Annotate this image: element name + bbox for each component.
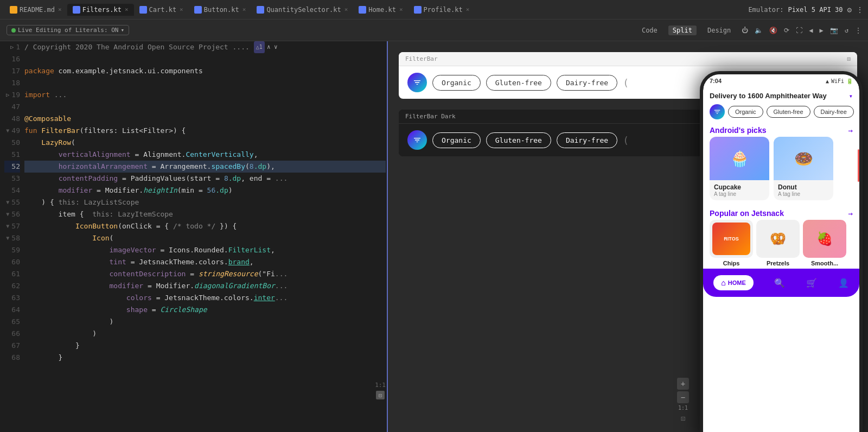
gutter-collapse-57[interactable]: ▼ <box>6 220 9 232</box>
mute-icon[interactable]: 🔇 <box>769 27 777 34</box>
code-line-56: item { this: LazyItemScope <box>24 208 386 220</box>
phone-filter-btn[interactable] <box>710 104 725 119</box>
tab-readme[interactable]: README.md × <box>4 4 67 16</box>
more-icon[interactable]: ⋮ <box>856 5 864 14</box>
code-line-16 <box>24 53 386 65</box>
power-icon[interactable]: ⏻ <box>742 27 748 34</box>
phone-androids-picks-title: Android's picks <box>710 126 848 135</box>
code-line-60: tint = JetsnackTheme.colors.brand, <box>24 256 386 268</box>
phone-chip-organic[interactable]: Organic <box>728 106 763 118</box>
chip-dairyfree-dark[interactable]: Dairy-free <box>557 132 617 148</box>
filter-icon-btn-light[interactable] <box>407 73 427 92</box>
phone-nav-home[interactable]: ⌂ HOME <box>713 275 753 290</box>
zoom-out-btn[interactable]: − <box>677 391 689 403</box>
phone-nav-profile[interactable]: 👤 <box>838 278 849 288</box>
gutter-collapse-56[interactable]: ▼ <box>6 208 9 220</box>
tab-profile[interactable]: Profile.kt × <box>409 4 475 16</box>
phone-popular-chips[interactable]: RITOS Chips <box>710 220 753 266</box>
gutter-collapse-58[interactable]: ▼ <box>6 232 9 244</box>
tab-bar: README.md × Filters.kt × Cart.kt × Butto… <box>0 0 868 20</box>
phone-battery-icon: 🔋 <box>846 78 853 84</box>
chip-glutenfree-light[interactable]: Gluten-free <box>486 75 551 91</box>
zoom-in-btn[interactable]: + <box>677 378 689 390</box>
chip-organic-dark[interactable]: Organic <box>432 132 481 148</box>
tab-cart-close[interactable]: × <box>180 6 183 13</box>
line-num-61: 61 <box>11 268 20 280</box>
phone-nav-search[interactable]: 🔍 <box>774 278 785 288</box>
toolbar: Live Editing of Literals: ON ▾ Code Spli… <box>0 20 868 41</box>
chip-organic-light[interactable]: Organic <box>432 75 481 91</box>
code-line-63: colors = JetsnackTheme.colors.inter... <box>24 292 386 304</box>
tab-button-close[interactable]: × <box>242 6 246 13</box>
line-num-48: 48 <box>11 113 20 125</box>
phone-androids-picks-arrow[interactable]: → <box>848 126 853 135</box>
tab-qtyselector-close[interactable]: × <box>344 6 348 13</box>
qtyselector-icon <box>257 6 264 14</box>
editor-zoom-btn[interactable]: ⊡ <box>376 391 385 399</box>
phone-card-donut[interactable]: 🍩 Donut A tag line <box>774 137 833 200</box>
code-line-53: contentPadding = PaddingValues(start = 8… <box>24 173 386 185</box>
phone-popular-chips-img: RITOS <box>710 220 753 258</box>
filter-icon-btn-dark[interactable] <box>407 130 427 150</box>
phone-card-donut-info: Donut A tag line <box>774 180 833 200</box>
phone-popular-arrow[interactable]: → <box>848 209 853 218</box>
settings-icon[interactable]: ⚙ <box>847 5 852 14</box>
phone-popular-pretzels-name: Pretzels <box>767 260 789 266</box>
tab-filters[interactable]: Filters.kt × <box>67 4 134 16</box>
fwd-icon[interactable]: ▶ <box>820 27 824 34</box>
code-area[interactable]: / Copyright 2020 The Android Open Source… <box>24 41 388 432</box>
code-line-47 <box>24 101 386 113</box>
filter-list-icon <box>413 78 422 87</box>
gutter-collapse-55[interactable]: ▼ <box>6 196 9 208</box>
design-mode-btn[interactable]: Design <box>703 26 735 35</box>
fullscreen-icon[interactable]: ⛶ <box>796 27 802 34</box>
camera-icon[interactable]: 📷 <box>830 27 838 34</box>
phone-delivery-text: Delivery to 1600 Amphitheater Way <box>710 92 846 100</box>
phone-header[interactable]: Delivery to 1600 Amphitheater Way ▾ <box>703 87 859 102</box>
more-chips-dark: ( <box>623 135 629 146</box>
code-line-54: modifier = Modifier.heightIn(min = 56.dp… <box>24 185 386 196</box>
phone-chip-glutenfree[interactable]: Gluten-free <box>767 106 810 118</box>
zoom-fit-btn[interactable]: ⊡ <box>677 412 689 424</box>
editor-zoom-icon: ⊡ <box>379 392 382 398</box>
phone-popular-pretzels-img: 🥨 <box>756 220 800 258</box>
tab-button[interactable]: Button.kt × <box>189 4 252 16</box>
phone-popular-pretzels[interactable]: 🥨 Pretzels <box>756 220 800 266</box>
chip-glutenfree-dark[interactable]: Gluten-free <box>486 132 551 148</box>
tab-filters-close[interactable]: × <box>125 6 129 13</box>
split-mode-btn[interactable]: Split <box>668 26 697 35</box>
line-num-56: 56 <box>11 208 20 220</box>
live-editing-label: Live Editing of Literals: ON <box>18 27 118 34</box>
phone-popular-header: Popular on Jetsnack → <box>703 205 859 220</box>
phone-card-cupcake[interactable]: 🧁 Cupcake A tag line <box>710 137 769 200</box>
line-num-67: 67 <box>11 340 20 352</box>
rotate-icon[interactable]: ⟳ <box>784 27 789 34</box>
code-line-66: ) <box>24 328 386 340</box>
more2-icon[interactable]: ⋮ <box>855 27 861 34</box>
phone-nav-cart[interactable]: 🛒 <box>806 278 817 288</box>
filter-list-icon-dark <box>413 136 422 144</box>
tab-home-close[interactable]: × <box>399 6 403 13</box>
tab-readme-close[interactable]: × <box>58 6 62 13</box>
code-line-1: / Copyright 2020 The Android Open Source… <box>24 41 386 53</box>
phone-popular-row: RITOS Chips 🥨 Pretzels <box>703 220 859 269</box>
phone-bottom-nav: ⌂ HOME 🔍 🛒 👤 <box>703 269 859 297</box>
phone-chevron-icon[interactable]: ▾ <box>849 92 853 100</box>
volume-icon[interactable]: 🔈 <box>755 27 763 34</box>
live-editing-toggle[interactable]: Live Editing of Literals: ON ▾ <box>7 25 129 35</box>
code-line-17: package com.example.jetsnack.ui.componen… <box>24 65 386 77</box>
back-icon[interactable]: ◀ <box>809 27 813 34</box>
phone-chip-dairyfree[interactable]: Dairy-free <box>814 106 854 118</box>
line-num-60: 60 <box>11 256 20 268</box>
tab-home[interactable]: Home.kt × <box>353 4 408 16</box>
code-line-65: ) <box>24 316 386 328</box>
tab-profile-close[interactable]: × <box>466 6 470 13</box>
replay-icon[interactable]: ↺ <box>845 27 848 34</box>
line-num-49: 49 <box>11 125 20 137</box>
tab-cart[interactable]: Cart.kt × <box>134 4 189 16</box>
tab-qtyselector[interactable]: QuantitySelector.kt × <box>251 4 353 16</box>
chip-dairyfree-light[interactable]: Dairy-free <box>557 75 617 91</box>
phone-popular-smoothie[interactable]: 🍓 Smooth... <box>803 220 846 266</box>
code-mode-btn[interactable]: Code <box>637 26 662 35</box>
gutter-collapse-49[interactable]: ▼ <box>6 125 9 137</box>
